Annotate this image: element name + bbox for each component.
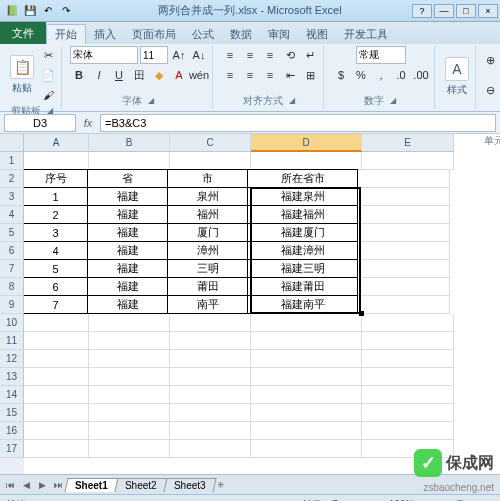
cell[interactable]: 福建莆田 <box>247 277 358 296</box>
col-header-B[interactable]: B <box>89 134 170 152</box>
row-header[interactable]: 8 <box>0 278 24 296</box>
cell[interactable] <box>362 314 454 332</box>
merge-icon[interactable]: ⊞ <box>301 66 319 84</box>
minimize-button[interactable]: — <box>434 4 454 18</box>
row-header[interactable]: 11 <box>0 332 24 350</box>
sheet-nav-prev-icon[interactable]: ◀ <box>18 477 34 493</box>
cell[interactable]: 市 <box>167 169 248 188</box>
bold-button[interactable]: B <box>70 66 88 84</box>
worksheet-grid[interactable]: 1234567891011121314151617 ABCDE 序号省市所在省市… <box>0 134 500 474</box>
align-middle-icon[interactable]: ≡ <box>241 46 259 64</box>
tab-dev[interactable]: 开发工具 <box>336 24 396 44</box>
row-header[interactable]: 16 <box>0 422 24 440</box>
tab-home[interactable]: 开始 <box>46 24 86 44</box>
cell[interactable] <box>170 314 251 332</box>
row-header[interactable]: 2 <box>0 170 24 188</box>
redo-icon[interactable]: ↷ <box>58 3 74 19</box>
cell[interactable] <box>89 440 170 458</box>
name-box[interactable]: D3 <box>4 114 76 132</box>
inc-decimal-icon[interactable]: .0 <box>392 66 410 84</box>
cell[interactable]: 福建 <box>87 259 168 278</box>
cell[interactable]: 4 <box>24 241 88 260</box>
cell[interactable]: 3 <box>24 223 88 242</box>
cell[interactable]: 福建漳州 <box>247 241 358 260</box>
cell[interactable] <box>24 368 89 386</box>
cell[interactable] <box>358 242 450 260</box>
tab-layout[interactable]: 页面布局 <box>124 24 184 44</box>
font-name-select[interactable] <box>70 46 138 64</box>
delete-cell-icon[interactable]: ⊖ <box>484 81 498 99</box>
cell[interactable]: 莆田 <box>167 277 248 296</box>
cell[interactable]: 漳州 <box>167 241 248 260</box>
row-header[interactable]: 13 <box>0 368 24 386</box>
cell[interactable] <box>362 350 454 368</box>
cell[interactable]: 福建泉州 <box>247 187 358 206</box>
tab-view[interactable]: 视图 <box>298 24 336 44</box>
row-header[interactable]: 10 <box>0 314 24 332</box>
cell[interactable] <box>24 350 89 368</box>
orientation-icon[interactable]: ⟲ <box>281 46 299 64</box>
tab-data[interactable]: 数据 <box>222 24 260 44</box>
cell[interactable] <box>89 422 170 440</box>
cell[interactable] <box>170 386 251 404</box>
close-button[interactable]: × <box>478 4 498 18</box>
cell[interactable] <box>170 422 251 440</box>
cell[interactable] <box>170 440 251 458</box>
cell[interactable] <box>170 152 251 170</box>
cell[interactable] <box>251 368 362 386</box>
cell[interactable] <box>170 332 251 350</box>
formula-bar[interactable]: =B3&C3 <box>100 114 496 132</box>
cell[interactable]: 福建 <box>87 205 168 224</box>
row-header[interactable]: 5 <box>0 224 24 242</box>
cell[interactable]: 福建 <box>87 223 168 242</box>
format-painter-icon[interactable]: 🖌 <box>39 86 57 104</box>
cell[interactable] <box>358 224 450 242</box>
cell[interactable] <box>89 386 170 404</box>
wrap-text-icon[interactable]: ↵ <box>301 46 319 64</box>
cell[interactable] <box>251 314 362 332</box>
cell[interactable] <box>24 404 89 422</box>
cell[interactable] <box>170 404 251 422</box>
sheet-tab[interactable]: Sheet3 <box>163 478 216 492</box>
sheet-nav-next-icon[interactable]: ▶ <box>34 477 50 493</box>
save-icon[interactable]: 💾 <box>22 3 38 19</box>
sheet-tab[interactable]: Sheet2 <box>114 478 167 492</box>
styles-button[interactable]: A 样式 <box>443 55 471 99</box>
indent-dec-icon[interactable]: ⇤ <box>281 66 299 84</box>
row-header[interactable]: 12 <box>0 350 24 368</box>
cell[interactable]: 福建厦门 <box>247 223 358 242</box>
cell[interactable] <box>251 422 362 440</box>
row-header[interactable]: 17 <box>0 440 24 458</box>
shrink-font-icon[interactable]: A↓ <box>190 46 208 64</box>
percent-icon[interactable]: % <box>352 66 370 84</box>
align-launcher[interactable]: ◢ <box>287 96 297 106</box>
comma-icon[interactable]: , <box>372 66 390 84</box>
cell[interactable] <box>251 440 362 458</box>
cell[interactable] <box>24 422 89 440</box>
cell[interactable]: 5 <box>24 259 88 278</box>
help-button[interactable]: ? <box>412 4 432 18</box>
align-right-icon[interactable]: ≡ <box>261 66 279 84</box>
cell[interactable]: 7 <box>24 295 88 314</box>
cell[interactable] <box>251 332 362 350</box>
row-header[interactable]: 7 <box>0 260 24 278</box>
cell[interactable] <box>358 188 450 206</box>
sheet-nav-first-icon[interactable]: ⏮ <box>2 477 18 493</box>
cell[interactable]: 序号 <box>24 169 88 188</box>
cell[interactable] <box>89 368 170 386</box>
cell[interactable]: 福建 <box>87 277 168 296</box>
tab-formula[interactable]: 公式 <box>184 24 222 44</box>
cell[interactable] <box>89 152 170 170</box>
cell[interactable]: 1 <box>24 187 88 206</box>
cell[interactable]: 福建 <box>87 187 168 206</box>
cell[interactable]: 2 <box>24 205 88 224</box>
cell[interactable] <box>358 260 450 278</box>
cell[interactable]: 福建 <box>87 241 168 260</box>
cell[interactable]: 福建三明 <box>247 259 358 278</box>
cell[interactable] <box>251 152 362 170</box>
grow-font-icon[interactable]: A↑ <box>170 46 188 64</box>
cell[interactable] <box>362 332 454 350</box>
cell[interactable] <box>24 152 89 170</box>
cell[interactable] <box>89 350 170 368</box>
currency-icon[interactable]: $ <box>332 66 350 84</box>
